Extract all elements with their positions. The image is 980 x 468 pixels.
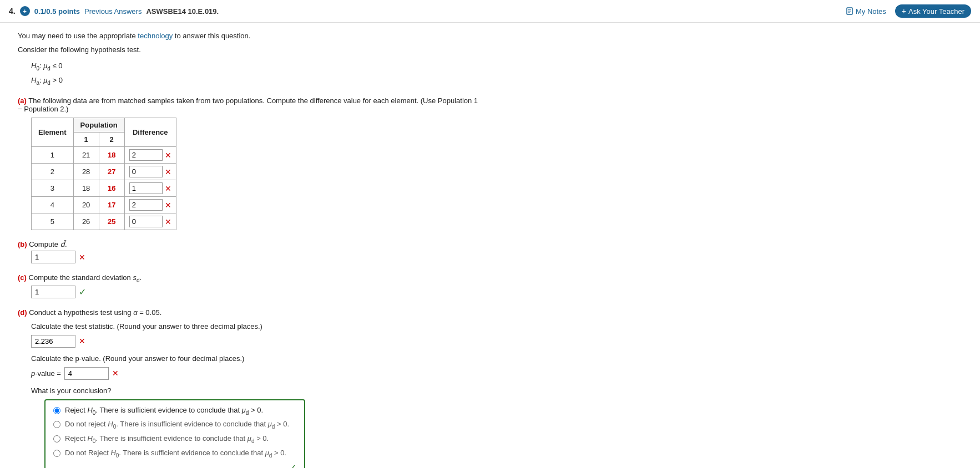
radio-r1-label[interactable]: Reject H0. There is sufficient evidence … [65, 406, 263, 416]
radio-option-4[interactable]: Do not Reject H0. There is sufficient ev… [53, 449, 296, 459]
radio-option-2[interactable]: Do not reject H0. There is insufficient … [53, 420, 296, 430]
pop2-cell: 17 [99, 197, 124, 213]
diff-input[interactable] [129, 182, 163, 194]
pvalue-label: Calculate the p-value. (Round your answe… [31, 354, 482, 363]
part-b-text: Compute d̄. [29, 240, 67, 248]
part-c-label: (c) [18, 273, 27, 282]
element-cell: 2 [32, 164, 74, 180]
pop2-cell: 27 [99, 164, 124, 180]
diff-cell: ✕ [124, 180, 176, 197]
part-c-text: Compute the standard deviation sd. [29, 273, 142, 282]
data-table: Element Population Difference 1 2 12118✕… [31, 118, 176, 230]
table-row: 31816✕ [32, 180, 176, 197]
previous-answers-link[interactable]: Previous Answers [84, 7, 142, 16]
sd-input[interactable] [31, 286, 75, 298]
diff-input[interactable] [129, 149, 163, 161]
pop1-cell: 28 [73, 164, 99, 180]
part-d-text: Conduct a hypothesis test using α = 0.05… [29, 308, 161, 317]
ask-teacher-label: Ask Your Teacher [908, 7, 964, 16]
notes-label: My Notes [856, 7, 886, 16]
header-right: My Notes + Ask Your Teacher [846, 4, 971, 18]
pvalue-input[interactable] [64, 367, 109, 380]
radio-r4[interactable] [53, 450, 60, 457]
question-number: 4. [9, 7, 16, 16]
conclusion-radio-group: Reject H0. There is sufficient evidence … [44, 399, 305, 468]
pop2-cell: 25 [99, 213, 124, 230]
my-notes-button[interactable]: My Notes [846, 7, 886, 16]
header-left: 4. + 0.1/0.5 points Previous Answers ASW… [9, 6, 846, 16]
intro-line1: You may need to use the appropriate tech… [18, 32, 482, 40]
diff-cell: ✕ [124, 164, 176, 180]
diff-input[interactable] [129, 216, 163, 227]
radio-r3[interactable] [53, 435, 60, 442]
element-cell: 3 [32, 180, 74, 197]
intro-line2: Consider the following hypothesis test. [18, 45, 482, 54]
element-header: Element [32, 118, 74, 147]
diff-input[interactable] [129, 199, 163, 211]
diff-x-icon[interactable]: ✕ [165, 167, 171, 176]
pop1-header: 1 [73, 133, 99, 147]
pop1-cell: 20 [73, 197, 99, 213]
diff-cell: ✕ [124, 197, 176, 213]
radio-r2[interactable] [53, 421, 60, 428]
diff-cell: ✕ [124, 147, 176, 164]
test-stat-input[interactable] [31, 335, 75, 348]
difference-header: Difference [124, 118, 176, 147]
pop2-cell: 16 [99, 180, 124, 197]
radio-r1[interactable] [53, 407, 60, 414]
plus-icon: + [20, 6, 30, 16]
d-bar-x-icon[interactable]: ✕ [79, 253, 85, 262]
pop1-cell: 26 [73, 213, 99, 230]
test-stat-row: ✕ [31, 335, 482, 348]
ask-teacher-button[interactable]: + Ask Your Teacher [895, 4, 971, 18]
test-stat-x-icon[interactable]: ✕ [79, 337, 85, 345]
part-c-section: (c) Compute the standard deviation sd. ✓ [18, 273, 482, 298]
part-a-text: The following data are from matched samp… [18, 96, 478, 113]
pop2-header: 2 [99, 133, 124, 147]
radio-option-3[interactable]: Reject H0. There is insufficient evidenc… [53, 434, 296, 444]
diff-x-icon[interactable]: ✕ [165, 201, 171, 210]
element-cell: 1 [32, 147, 74, 164]
page-header: 4. + 0.1/0.5 points Previous Answers ASW… [0, 0, 980, 23]
diff-input[interactable] [129, 166, 163, 177]
diff-x-icon[interactable]: ✕ [165, 217, 171, 226]
sd-check-icon: ✓ [79, 287, 86, 297]
test-stat-label: Calculate the test statistic. (Round you… [31, 322, 482, 330]
hypothesis-block: H0: μd ≤ 0 Ha: μd > 0 [31, 59, 482, 88]
question-id: ASWSBE14 10.E.019. [146, 7, 219, 16]
table-row: 22827✕ [32, 164, 176, 180]
part-b-label: (b) [18, 240, 27, 248]
ha-text: Ha: μd > 0 [31, 74, 482, 88]
table-row: 42017✕ [32, 197, 176, 213]
part-c-input-row: ✓ [31, 286, 482, 298]
technology-link[interactable]: technology [138, 32, 173, 40]
diff-cell: ✕ [124, 213, 176, 230]
table-row: 12118✕ [32, 147, 176, 164]
radio-r4-label[interactable]: Do not Reject H0. There is sufficient ev… [65, 449, 286, 459]
diff-x-icon[interactable]: ✕ [165, 151, 171, 160]
h0-text: H0: μd ≤ 0 [31, 59, 482, 74]
radio-group-footer: ✓ [53, 462, 296, 468]
radio-option-1[interactable]: Reject H0. There is sufficient evidence … [53, 406, 296, 416]
element-cell: 4 [32, 197, 74, 213]
element-cell: 5 [32, 213, 74, 230]
radio-r2-label[interactable]: Do not reject H0. There is insufficient … [65, 420, 289, 430]
points-display: 0.1/0.5 points [34, 7, 80, 16]
part-d-section: (d) Conduct a hypothesis test using α = … [18, 308, 482, 468]
pop2-cell: 18 [99, 147, 124, 164]
population-header: Population [73, 118, 124, 133]
pvalue-row: p-value = ✕ [31, 367, 482, 380]
conclusion-label: What is your conclusion? [31, 386, 482, 395]
table-row: 52625✕ [32, 213, 176, 230]
pvalue-x-icon[interactable]: ✕ [112, 369, 119, 378]
d-bar-input[interactable] [31, 251, 75, 263]
ask-teacher-icon: + [902, 7, 906, 16]
pop1-cell: 18 [73, 180, 99, 197]
part-d-label: (d) [18, 308, 27, 317]
part-b-input-row: ✕ [31, 251, 482, 263]
part-b-section: (b) Compute d̄. ✕ [18, 240, 482, 263]
pop1-cell: 21 [73, 147, 99, 164]
page-content: You may need to use the appropriate tech… [0, 23, 499, 468]
diff-x-icon[interactable]: ✕ [165, 184, 171, 193]
radio-r3-label[interactable]: Reject H0. There is insufficient evidenc… [65, 434, 269, 444]
